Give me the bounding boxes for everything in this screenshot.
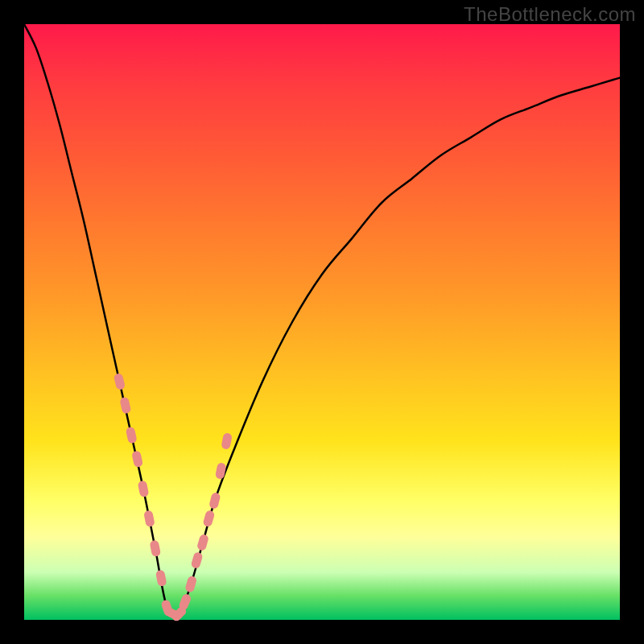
marker-point xyxy=(119,397,131,415)
plot-area xyxy=(24,24,620,620)
marker-point xyxy=(138,480,150,497)
marker-point xyxy=(215,462,227,480)
marker-point xyxy=(149,539,161,557)
marker-point xyxy=(126,427,138,444)
chart-frame: TheBottleneck.com xyxy=(0,0,644,644)
highlighted-markers xyxy=(114,373,233,623)
marker-point xyxy=(143,510,155,527)
marker-point xyxy=(114,373,126,390)
marker-point xyxy=(202,510,215,527)
curve-svg xyxy=(24,24,620,620)
bottleneck-curve xyxy=(24,24,620,617)
marker-point xyxy=(221,432,233,450)
marker-point xyxy=(196,534,209,551)
marker-point xyxy=(184,575,197,592)
marker-point xyxy=(131,450,143,468)
marker-point xyxy=(155,569,167,587)
marker-point xyxy=(208,492,221,510)
watermark-text: TheBottleneck.com xyxy=(464,3,636,26)
marker-point xyxy=(191,551,204,569)
